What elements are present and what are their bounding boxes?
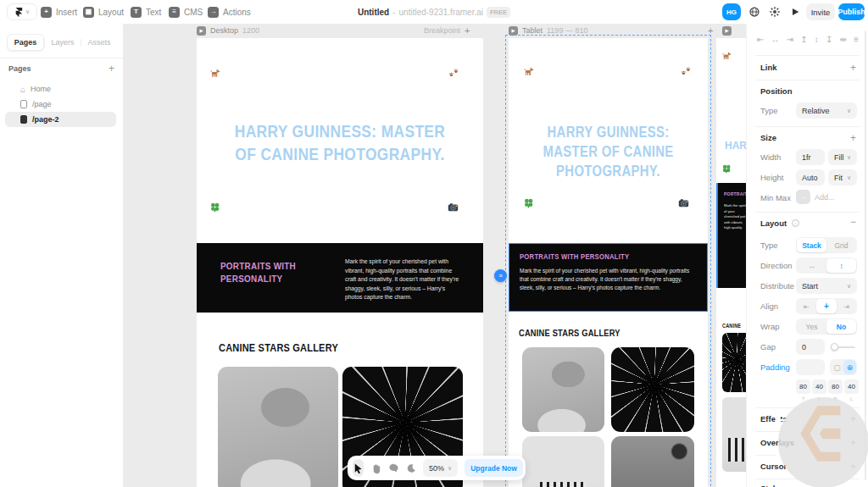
width-input[interactable]: 1fr [796,149,825,165]
align-center-horizontal-icon[interactable]: ↔ [771,35,780,44]
gallery-photo-building[interactable] [722,397,746,472]
height-input[interactable]: Auto [796,169,825,185]
panel-scrollbar[interactable] [865,30,866,480]
gallery-title[interactable]: CANINE STARS GALLERY [722,323,743,329]
upgrade-button[interactable]: Upgrade Now [465,459,523,477]
align-center-vertical-icon[interactable]: ↕ [815,35,819,44]
grid-option[interactable]: Grid [826,238,856,252]
gallery-photo-silhouette[interactable] [611,436,694,487]
phone-frame[interactable]: HARRY GUINNESS: MASTER OF CANINE PHOTOGR… [716,38,746,487]
tablet-frame[interactable]: HARRY GUINNESS: MASTER OF CANINE PHOTOGR… [509,38,708,487]
portraits-title[interactable]: PORTRAITS WITH PERSONALITY [220,260,316,285]
tab-assets[interactable]: Assets [81,38,117,47]
distribute-horizontal-icon[interactable]: ⇹ [840,35,847,44]
invite-button[interactable]: Invite [806,3,835,20]
portraits-body[interactable]: Mark the spirit of your cherished pet wi… [520,267,694,292]
height-mode-select[interactable]: Fit ∨ [828,169,857,185]
padding-label[interactable]: Padding [760,362,790,372]
tablet-frame-label[interactable]: ▶ Tablet 1199 — 810 [509,25,587,36]
add-size-button[interactable]: + [850,133,856,143]
tab-layers[interactable]: Layers [45,38,81,47]
hero-title[interactable]: HARRY GUINNESS: MASTER OF CANINE PHOTOGR… [524,123,693,180]
comment-tool-button[interactable] [388,459,399,477]
align-left-icon[interactable]: ⇤ [757,35,764,44]
portraits-section-selected[interactable]: PORTRAITS WITH PERSONALITY Mark the spir… [509,243,708,312]
desktop-frame-label[interactable]: ▶ Desktop 1200 [197,25,259,36]
add-overlay-button[interactable]: + [850,438,856,448]
padding-right-input[interactable]: 40 [812,379,826,394]
align-bottom-icon[interactable]: ↧ [826,35,832,44]
minmax-icon-button[interactable]: ↔ [796,190,810,204]
add-cursor-button[interactable]: + [850,462,856,472]
distribute-select[interactable]: Start ∨ [796,278,857,294]
insert-menu-button[interactable]: + Insert [41,0,77,24]
desktop-frame[interactable]: HARRY GUINNESS: MASTER OF CANINE PHOTOGR… [197,38,483,487]
direction-horizontal-icon[interactable]: ↔ [797,258,826,273]
gallery-title[interactable]: CANINE STARS GALLERY [519,328,620,338]
sidebar-item-page-2[interactable]: /page-2 [5,112,116,127]
avatar[interactable]: HG [722,3,741,20]
select-tool-button[interactable] [353,459,364,477]
portraits-section[interactable]: PORTRAITS WITH PERSONALITY Mark the spir… [197,243,483,313]
phone-frame-label[interactable]: ▶ [722,25,732,36]
sidebar-item-page[interactable]: /page [5,97,116,112]
framer-logo-menu[interactable]: ∨ [7,3,37,20]
align-right-icon[interactable]: ⇥ [787,35,793,44]
per-side-padding-icon[interactable]: ⊕ [843,360,856,374]
add-breakpoint-button[interactable]: + [465,25,470,36]
collapse-layout-button[interactable]: − [850,217,856,227]
portraits-title[interactable]: PORTRAITS WITH PERSONALITY [520,252,629,262]
align-end-icon[interactable]: ⇥ [837,299,856,313]
settings-button[interactable] [766,3,783,20]
padding-bottom-input[interactable]: 80 [828,379,843,394]
zoom-level-select[interactable]: 50% ∨ [423,459,458,477]
padding-input[interactable] [796,359,825,375]
position-type-select[interactable]: Relative ∨ [796,102,857,119]
portraits-section-selected[interactable]: PORTRAITS WITH PERSONALITY Mark the spir… [716,183,746,288]
add-frame-button[interactable]: + [708,25,713,36]
gallery-photo-portrait[interactable] [522,347,604,432]
globe-button[interactable] [746,3,763,20]
preview-button[interactable] [787,3,804,20]
wrap-no-option[interactable]: No [826,319,856,334]
layout-menu-button[interactable]: ▦ Layout [83,0,124,24]
gap-slider-knob[interactable] [831,343,838,351]
gallery-photo-light-streaks[interactable] [722,333,746,392]
add-link-button[interactable]: + [850,63,856,73]
pan-tool-button[interactable] [370,459,381,477]
gallery-photo-building[interactable] [522,436,604,487]
stack-handle[interactable]: ≡ [494,269,507,282]
add-effect-button[interactable]: + [850,414,856,424]
breakpoint-add-control[interactable]: Breakpoint + [424,25,470,36]
publish-button[interactable]: Publish [838,3,865,20]
portraits-body[interactable]: Mark the spirit of your cherished pet wi… [345,257,464,302]
portraits-title[interactable]: PORTRAITS WITH PERSONALITY [724,191,746,197]
width-mode-select[interactable]: Fill ∨ [828,149,857,165]
add-page-button[interactable]: + [108,63,114,75]
minmax-placeholder[interactable]: Add... [815,193,835,202]
uniform-padding-icon[interactable]: ▢ [831,360,843,374]
align-start-icon[interactable]: ⇤ [797,299,816,313]
distribute-vertical-icon[interactable]: ≡ [854,35,859,44]
portraits-body[interactable]: Mark the spirit of your cherished pet wi… [724,203,746,232]
stack-option[interactable]: Stack [797,238,826,252]
cms-menu-button[interactable]: ≡ CMS [169,0,203,24]
dark-mode-button[interactable] [406,459,416,477]
tab-pages[interactable]: Pages [7,34,44,51]
design-canvas[interactable]: ▶ Desktop 1200 Breakpoint + ▶ Tablet 119… [123,24,746,487]
padding-top-input[interactable]: 80 [796,379,810,394]
hero-title[interactable]: HARRY GUINNESS: MASTER OF CANINE PHOTOGR… [218,120,461,165]
align-top-icon[interactable]: ↥ [800,35,807,44]
gallery-photo-light-streaks[interactable] [611,347,694,432]
wrap-yes-option[interactable]: Yes [797,319,826,334]
sidebar-item-home[interactable]: ⌂ Home [5,81,116,97]
padding-left-input[interactable]: 40 [844,379,859,394]
text-menu-button[interactable]: T Text [131,0,161,24]
hero-title[interactable]: HARRY GUINNESS: MASTER OF CANINE PHOTOGR… [725,140,746,152]
actions-menu-button[interactable]: → Actions [208,0,251,24]
align-center-icon[interactable]: + [816,299,836,313]
gap-input[interactable]: 0 [796,339,825,355]
gallery-title[interactable]: CANINE STARS GALLERY [219,341,338,354]
direction-vertical-icon[interactable]: ↕ [826,258,856,273]
gallery-photo-portrait[interactable] [218,367,338,487]
